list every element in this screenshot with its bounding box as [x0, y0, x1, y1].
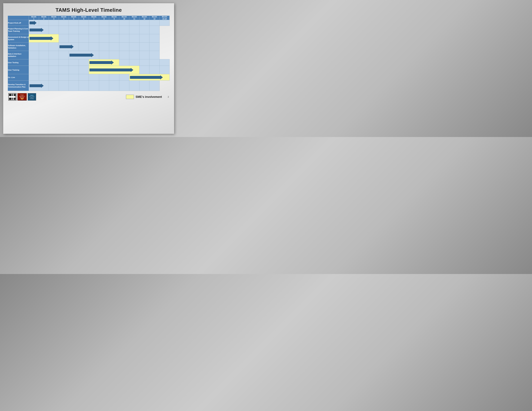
gantt-table: Month1 Month2 Month3 Month4 Month5 Month…	[8, 16, 170, 91]
header-month-11: Month11	[129, 16, 139, 20]
gantt-cell	[59, 51, 69, 59]
task-label-golive: Go -Live	[8, 74, 29, 81]
arrow-body	[89, 68, 131, 71]
gantt-cell	[139, 26, 150, 34]
logo-deq: DEQ State of Oregon Dept. of Env. Qualit…	[28, 93, 36, 101]
task-label-data: Data & Interface validation	[8, 51, 29, 59]
gantt-cell	[150, 81, 160, 91]
gantt-cell	[109, 34, 119, 43]
gantt-cell	[89, 26, 99, 34]
arrow-head	[34, 21, 37, 25]
gantt-cell	[39, 59, 49, 66]
page-number: 2	[168, 96, 169, 98]
arrow-head	[71, 45, 74, 49]
gantt-cell	[139, 66, 150, 74]
gantt-cell	[150, 59, 160, 66]
svg-text:Dept. of: Dept. of	[31, 97, 33, 98]
table-row: User Testing	[8, 59, 170, 66]
gantt-cell	[39, 20, 49, 26]
gantt-cell	[49, 26, 59, 34]
gantt-cell	[49, 20, 59, 26]
gantt-cell	[139, 34, 150, 43]
gantt-cell	[139, 59, 150, 66]
gantt-cell	[119, 26, 129, 34]
gantt-cell	[59, 81, 69, 91]
table-row: Go -Live	[8, 74, 170, 81]
gantt-cell	[119, 51, 129, 59]
table-row: Assessment & Design of System	[8, 34, 170, 43]
header-month-6: Month6	[79, 16, 89, 20]
gantt-cell	[69, 74, 79, 81]
gantt-cell	[49, 51, 59, 59]
gantt-cell	[99, 26, 109, 34]
gantt-cell	[79, 20, 89, 26]
gantt-cell	[69, 34, 79, 43]
table-row: Develop Transition & Communication Plan	[8, 81, 170, 91]
arrow-body	[29, 21, 34, 24]
header-month-8: Month8	[99, 16, 109, 20]
legend-label: SME's involvement	[136, 95, 162, 99]
gantt-cell	[139, 51, 150, 59]
gantt-cell	[109, 81, 119, 91]
svg-text:DEQ: DEQ	[30, 95, 34, 96]
gantt-cell	[39, 74, 49, 81]
gantt-cell	[79, 26, 89, 34]
gantt-cell	[119, 81, 129, 91]
arrow-head	[91, 53, 94, 57]
gantt-cell	[89, 34, 99, 43]
gantt-cell	[129, 34, 139, 43]
gantt-cell	[119, 59, 129, 66]
legend-sme-box	[126, 95, 134, 99]
gantt-cell-span	[89, 66, 139, 74]
gantt-cell	[59, 20, 69, 26]
gantt-cell	[119, 20, 129, 26]
gantt-cell	[79, 66, 89, 74]
gantt-cell	[139, 81, 150, 91]
gantt-cell	[160, 20, 170, 26]
task-label-software: Software Installation, Validation	[8, 43, 29, 51]
task-label-planning: Project Planning & Core Team Training	[8, 26, 29, 34]
gantt-cell	[29, 20, 39, 26]
header-month-14-18: Month14-18	[160, 16, 170, 20]
logo-group: Oregon Department of Agriculture DEQ Sta…	[8, 93, 36, 101]
gantt-cell	[89, 74, 99, 81]
gantt-cell	[29, 74, 39, 81]
logo-it	[8, 93, 17, 101]
table-row: Data & Interface validation	[8, 51, 170, 59]
gantt-cell	[49, 43, 59, 51]
gantt-cell	[129, 26, 139, 34]
gantt-cell	[69, 81, 79, 91]
header-month-9: Month9	[109, 16, 119, 20]
header-month-10: Month10	[119, 16, 129, 20]
svg-rect-3	[9, 96, 16, 98]
gantt-cell	[139, 43, 150, 51]
gantt-cell	[29, 59, 39, 66]
header-month-1: Month1	[29, 16, 39, 20]
gantt-cell	[119, 43, 129, 51]
table-row: Project Kick-off	[8, 20, 170, 26]
slide: TAMS High-Level Timeline Month1 Month2 M…	[3, 3, 174, 134]
gantt-cell	[79, 43, 89, 51]
task-label-kickoff: Project Kick-off	[8, 20, 29, 26]
logo-it-icon	[9, 93, 16, 100]
gantt-cell	[119, 34, 129, 43]
gantt-cell-span	[29, 81, 49, 91]
gantt-cell	[129, 59, 139, 66]
gantt-cell	[99, 43, 109, 51]
gantt-cell	[160, 59, 170, 66]
table-row: Project Planning & Core Team Training	[8, 26, 170, 34]
gantt-cell	[109, 74, 119, 81]
header-month-2: Month2	[39, 16, 49, 20]
arrow-body	[29, 37, 51, 40]
gantt-cell	[49, 81, 59, 91]
logo-deq-icon: DEQ State of Oregon Dept. of Env. Qualit…	[28, 93, 36, 100]
gantt-cell	[59, 66, 69, 74]
gantt-cell-span	[129, 74, 170, 81]
gantt-cell	[109, 43, 119, 51]
gantt-cell	[29, 66, 39, 74]
gantt-cell	[109, 26, 119, 34]
page-title: TAMS High-Level Timeline	[8, 7, 170, 13]
arrow-body	[130, 76, 160, 79]
gantt-cell	[150, 43, 160, 51]
gantt-cell	[79, 74, 89, 81]
